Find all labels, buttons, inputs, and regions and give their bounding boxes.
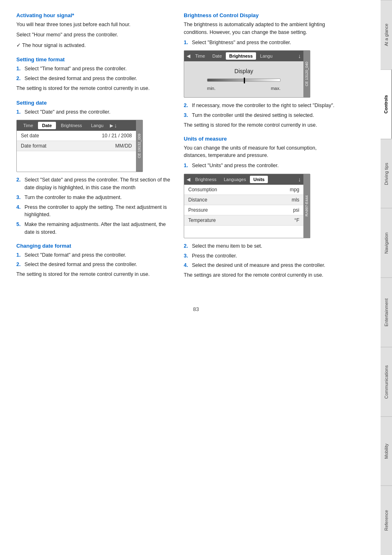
units-body: You can change the units of measure for … [184,144,339,160]
list-item: 4. Select the desired unit of measure an… [184,262,339,269]
left-column: Activating hour signal* You will hear th… [16,12,172,282]
tab-time[interactable]: Time [192,52,208,60]
tab-reference[interactable]: Reference [381,486,392,555]
panel-arrow: ↓ [298,176,301,183]
units-note: The settings are stored for the remote c… [184,271,339,279]
date-panel-side: CE 19132_009 [136,120,143,172]
setting-time-heading: Setting time format [16,56,172,63]
date-row-setdate: Set date 10 / 21 / 2008 [17,131,136,141]
units-row-pressure: Pressure psi [184,205,303,215]
setting-date-heading: Setting date [16,100,172,106]
slider-indicator [244,78,245,83]
brightness-panel-content: Display min. max. [184,61,303,97]
list-item: 2. Select the desired format and press t… [16,75,172,83]
list-item: 2. Select the desired format and press t… [16,261,172,269]
tab-brightness[interactable]: Brightness [226,52,256,60]
list-item: 1. Select "Units" and press the controll… [184,162,339,170]
date-panel-tabs: Time Date Brightness Langu ▶ ↓ [17,120,136,131]
tab-date[interactable]: Date [209,52,225,60]
brightness-slider [207,78,281,82]
list-item: 1. Select "Date format" and press the co… [16,251,172,259]
brightness-heading: Brightness of Control Display [184,12,339,18]
units-panel-side: RA997-E444 [303,174,310,238]
tab-lang[interactable]: Langu [257,52,276,60]
units-panel-rows: Consumption mpg Distance mls Pressure ps… [184,185,303,238]
tab-navigation[interactable]: Navigation [381,208,392,278]
list-item: 1. Select "Brightness" and press the con… [184,39,339,47]
setting-date-steps-list: 2. Select "Set date" and press the contr… [16,176,172,236]
activating-body3: ✓ The hour signal is activated. [16,41,172,49]
changing-date-heading: Changing date format [16,243,172,249]
date-panel: Time Date Brightness Langu ▶ ↓ Set date [16,120,143,172]
units-panel: ◀ Brightness Languages Units ↓ Consumpti… [184,174,310,238]
brightness-steps-list: 2. If necessary, move the controller to … [184,102,339,119]
units-steps-list: 2. Select the menu item to be set. 3. Pr… [184,242,339,269]
units-heading: Units of measure [184,136,339,142]
tab-at-a-glance[interactable]: At a glance [381,0,392,69]
activating-body1: You will hear three tones just before ea… [16,21,172,29]
main-content: Activating hour signal* You will hear th… [0,0,381,294]
list-item: 2. Select "Set date" and press the contr… [16,176,172,192]
units-row-temperature: Temperature °F [184,215,303,226]
date-panel-rows: Set date 10 / 21 / 2008 Date format MM/D… [17,131,136,172]
activating-body2: Select "Hour memo" and press the control… [16,31,172,39]
tab-entertainment[interactable]: Entertainment [381,278,392,347]
tab-controls[interactable]: Controls [381,69,392,139]
tab-languages[interactable]: Languages [220,176,249,183]
list-item: 1. Select "Date" and press the controlle… [16,108,172,116]
tab-brightness[interactable]: Brightness [192,176,220,183]
setting-date-step1-list: 1. Select "Date" and press the controlle… [16,108,172,116]
list-item: 5. Make the remaining adjustments. After… [16,221,172,236]
list-item: 3. Press the controller. [184,252,339,260]
brightness-panel-side: CE 13120_040 [303,51,310,97]
activating-hour-heading: Activating hour signal* [16,12,172,18]
panel-arrow: ▶ ↓ [110,122,117,129]
units-row-distance: Distance mls [184,195,303,205]
tab-driving-tips[interactable]: Driving tips [381,139,392,208]
list-item: 4. Press the controller to apply the set… [16,204,172,219]
tab-language[interactable]: Langu [87,122,108,129]
units-step1-list: 1. Select "Units" and press the controll… [184,162,339,170]
changing-date-list: 1. Select "Date format" and press the co… [16,251,172,269]
setting-time-note: The setting is stored for the remote con… [16,85,172,92]
list-item: 2. Select the menu item to be set. [184,242,339,250]
brightness-step1-list: 1. Select "Brightness" and press the con… [184,39,339,47]
tab-date[interactable]: Date [38,122,56,129]
brightness-note: The setting is stored for the remote con… [184,121,339,129]
tab-brightness[interactable]: Brightness [57,122,86,129]
brightness-panel-tabs: ◀ Time Date Brightness Langu ↓ [184,51,303,61]
tab-communications[interactable]: Communications [381,347,392,416]
panel-arrow: ↓ [298,53,301,59]
date-row-format: Date format MM/DD [17,141,136,151]
brightness-body: The brightness is automatically adapted … [184,21,339,36]
brightness-panel: ◀ Time Date Brightness Langu ↓ Display [184,50,310,98]
tab-units[interactable]: Units [250,176,268,183]
setting-time-list: 1. Select "Time format" and press the co… [16,65,172,83]
list-item: 1. Select "Time format" and press the co… [16,65,172,73]
tab-mobility[interactable]: Mobility [381,416,392,486]
tab-bar: At a glance Controls Driving tips Naviga… [381,0,392,555]
page-number: 83 [0,306,392,320]
brightness-minmax: min. max. [207,86,281,91]
list-item: 2. If necessary, move the controller to … [184,102,339,110]
tab-time[interactable]: Time [19,122,37,129]
units-row-consumption: Consumption mpg [184,185,303,195]
right-column: Brightness of Control Display The bright… [184,12,339,282]
list-item: 3. Turn the controller until the desired… [184,112,339,119]
changing-date-note: The setting is stored for the remote con… [16,271,172,278]
brightness-slider-bar [207,78,281,82]
checkmark-icon: ✓ [16,42,21,48]
units-panel-tabs: ◀ Brightness Languages Units ↓ [184,174,303,185]
list-item: 3. Turn the controller to make the adjus… [16,194,172,201]
